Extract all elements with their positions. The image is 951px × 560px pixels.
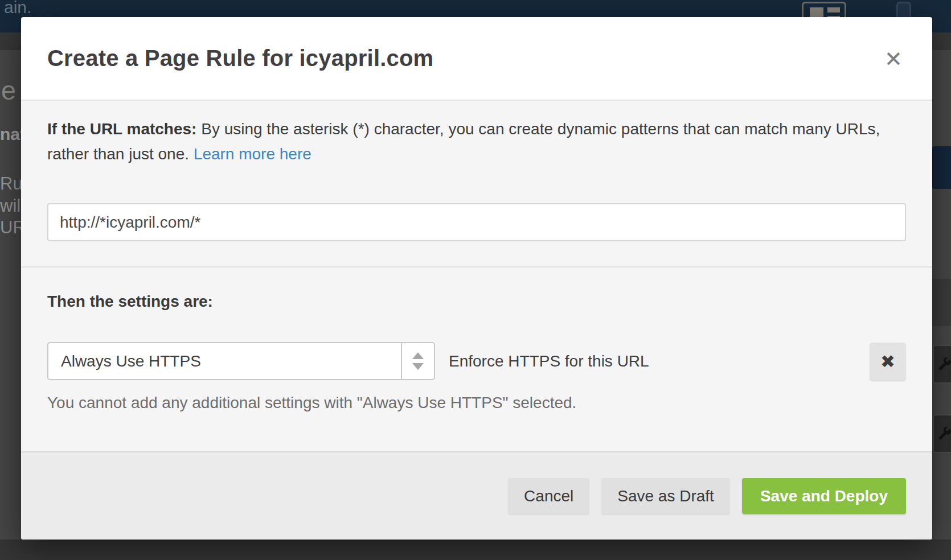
remove-x-icon: ✖ bbox=[880, 351, 895, 372]
wrench-icon bbox=[937, 426, 951, 442]
url-match-label: If the URL matches: bbox=[47, 120, 196, 138]
background-header-text: ain. bbox=[4, 0, 31, 17]
create-page-rule-dialog: Create a Page Rule for icyapril.com ✕ If… bbox=[21, 17, 932, 540]
settings-section: Then the settings are: Always Use HTTPS … bbox=[21, 293, 932, 412]
background-rule-edit-button bbox=[933, 414, 951, 453]
close-icon[interactable]: ✕ bbox=[881, 47, 906, 72]
background-rule-edit-button bbox=[933, 345, 951, 384]
select-updown-icon bbox=[401, 343, 434, 379]
setting-description: Enforce HTTPS for this URL bbox=[449, 352, 649, 370]
setting-note: You cannot add any additional settings w… bbox=[47, 394, 906, 412]
save-as-draft-button[interactable]: Save as Draft bbox=[601, 478, 730, 514]
setting-select-value: Always Use HTTPS bbox=[48, 343, 401, 379]
section-divider bbox=[21, 266, 932, 267]
chevron-up-icon bbox=[412, 352, 424, 359]
dialog-title: Create a Page Rule for icyapril.com bbox=[47, 46, 433, 71]
remove-setting-button[interactable]: ✖ bbox=[870, 343, 906, 380]
url-pattern-input[interactable] bbox=[47, 203, 906, 241]
dialog-header: Create a Page Rule for icyapril.com ✕ bbox=[21, 17, 932, 100]
chevron-down-icon bbox=[412, 363, 424, 370]
page-overlay: ain. e nav Ru will UR Create a Page Rule… bbox=[0, 0, 951, 560]
save-and-deploy-button[interactable]: Save and Deploy bbox=[742, 478, 906, 514]
wrench-icon bbox=[937, 357, 951, 372]
dialog-body: If the URL matches: By using the asteris… bbox=[21, 100, 932, 451]
dialog-footer: Cancel Save as Draft Save and Deploy bbox=[21, 451, 932, 540]
background-page-area bbox=[0, 540, 951, 560]
setting-select[interactable]: Always Use HTTPS bbox=[47, 342, 435, 380]
background-blue-button bbox=[932, 146, 951, 189]
background-text-fragment: Ru bbox=[0, 174, 23, 194]
cancel-button[interactable]: Cancel bbox=[508, 478, 589, 514]
background-row bbox=[932, 279, 951, 326]
settings-heading: Then the settings are: bbox=[47, 293, 906, 311]
url-match-section: If the URL matches: By using the asteris… bbox=[21, 101, 932, 241]
url-match-description: If the URL matches: By using the asteris… bbox=[47, 117, 888, 167]
background-text-fragment: e bbox=[1, 75, 16, 106]
setting-row: Always Use HTTPS Enforce HTTPS for this … bbox=[47, 342, 906, 380]
learn-more-link[interactable]: Learn more here bbox=[194, 145, 311, 163]
